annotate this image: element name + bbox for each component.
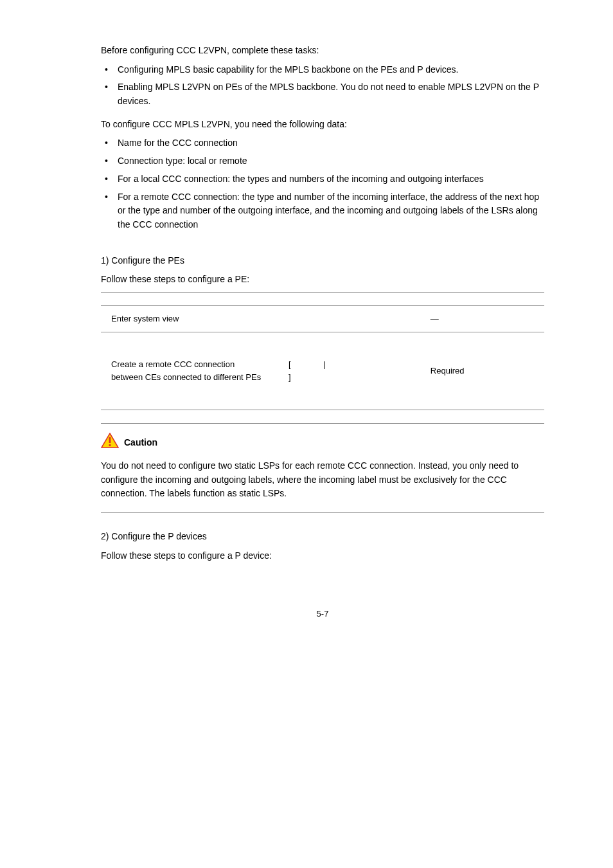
col-cmd [278,292,420,305]
cell-cmd [278,305,420,332]
list-item: For a local CCC connection: the types an… [101,172,544,186]
cell-todo: Enter system view [101,305,278,332]
col-todo [101,292,278,305]
tasks-list: Configuring MPLS basic capability for th… [101,63,544,109]
caution-body: You do not need to configure two static … [101,459,544,501]
table-row: Create a remote CCC connection between C… [101,332,544,410]
cell-remark: Required [420,332,544,410]
svg-rect-2 [109,444,111,446]
svg-rect-1 [109,437,111,443]
intro-lead: Before configuring CCC L2VPN, complete t… [101,44,544,58]
list-item: Enabling MPLS L2VPN on PEs of the MPLS b… [101,80,544,108]
caution-title: Caution [124,436,157,450]
data-list: Name for the CCC connection Connection t… [101,136,544,231]
page-number: 5-7 [101,608,544,620]
step1-follow: Follow these steps to configure a PE: [101,273,544,287]
list-item: Connection type: local or remote [101,154,544,168]
list-item: Configuring MPLS basic capability for th… [101,63,544,77]
table-row: Enter system view — [101,305,544,332]
step1-label: 1) Configure the PEs [101,254,544,268]
cell-remark: — [420,305,544,332]
caution-icon [101,433,119,453]
cell-cmd: [ | ] [278,332,420,410]
cell-todo: Create a remote CCC connection between C… [101,332,278,410]
col-remark [420,292,544,305]
step2-label: 2) Configure the P devices [101,530,544,544]
config-table: Enter system view — Create a remote CCC … [101,292,544,410]
list-item: For a remote CCC connection: the type an… [101,190,544,232]
list-item: Name for the CCC connection [101,136,544,150]
step2-follow: Follow these steps to configure a P devi… [101,549,544,563]
caution-box: Caution You do not need to configure two… [101,423,544,513]
need-lead: To configure CCC MPLS L2VPN, you need th… [101,118,544,132]
